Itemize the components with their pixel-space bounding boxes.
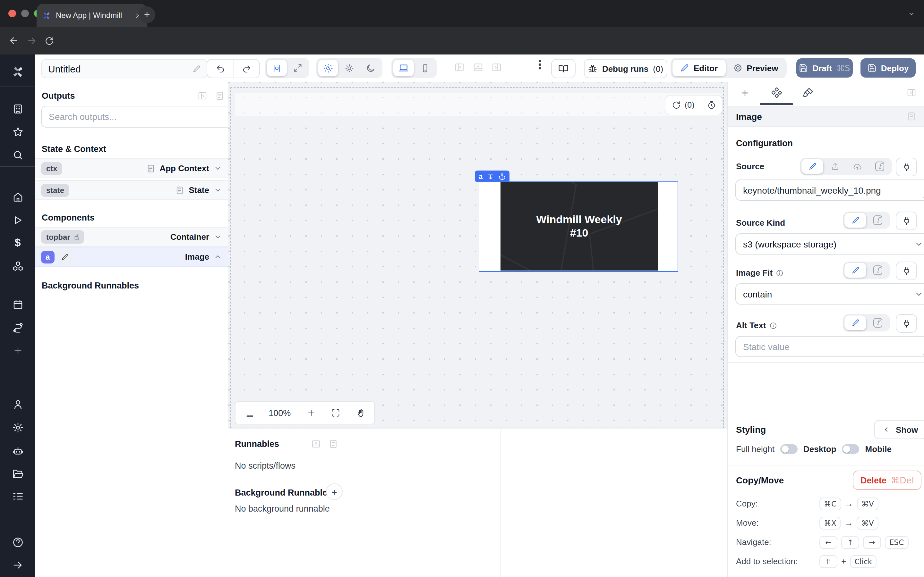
connect-plug-icon[interactable] xyxy=(896,261,917,280)
deploy-button[interactable]: Deploy xyxy=(861,58,916,77)
connect-plug-icon[interactable] xyxy=(896,158,917,176)
output-row-topbar[interactable]: topbar☝ Container xyxy=(35,227,228,247)
rail-list-icon[interactable] xyxy=(0,487,35,506)
preview-tab[interactable]: Preview xyxy=(727,60,784,76)
rail-plus-icon[interactable] xyxy=(0,341,35,360)
outputs-doc-icon[interactable] xyxy=(215,91,225,101)
rail-play-icon[interactable] xyxy=(0,210,35,229)
chevron-down-icon[interactable] xyxy=(214,164,222,172)
fit-view-icon[interactable] xyxy=(331,408,341,417)
theme-dark-button[interactable] xyxy=(360,60,381,76)
toggle-bottom-panel-icon[interactable] xyxy=(473,62,483,73)
rail-calendar-icon[interactable] xyxy=(0,295,35,314)
forward-icon[interactable] xyxy=(26,35,37,46)
connect-plug-icon[interactable] xyxy=(896,211,917,230)
rail-help-icon[interactable] xyxy=(0,533,35,552)
rail-building-icon[interactable] xyxy=(0,99,35,119)
toggle-left-panel-icon[interactable] xyxy=(454,62,465,73)
rename-pencil-icon[interactable] xyxy=(57,250,72,263)
rail-route-icon[interactable] xyxy=(0,318,35,337)
refresh-all-button[interactable]: (0) xyxy=(666,95,701,115)
add-background-runnable-button[interactable]: + xyxy=(326,484,342,500)
fx-icon[interactable]: f xyxy=(867,316,889,330)
expand-down-icon[interactable] xyxy=(487,173,494,180)
editor-tab[interactable]: Editor xyxy=(672,60,725,76)
zoom-in-icon[interactable] xyxy=(307,408,316,417)
cloud-upload-icon[interactable] xyxy=(846,159,868,174)
theme-auto-button[interactable] xyxy=(318,60,338,76)
output-row-ctx[interactable]: ctx App Context xyxy=(35,158,228,178)
info-icon[interactable] xyxy=(769,322,777,329)
connect-plug-icon[interactable] xyxy=(896,314,917,333)
alt-text-input[interactable]: Static value xyxy=(735,336,924,357)
redo-button[interactable] xyxy=(234,60,259,77)
tab-search-chevron-icon[interactable] xyxy=(907,10,916,18)
component-doc-icon[interactable] xyxy=(907,111,916,121)
rail-search-icon[interactable] xyxy=(0,145,35,165)
app-title-input[interactable]: Untitled xyxy=(41,59,208,78)
anchor-icon[interactable] xyxy=(499,173,506,180)
rail-folder-icon[interactable] xyxy=(0,464,35,484)
upload-icon[interactable] xyxy=(824,159,846,174)
rail-expand-icon[interactable] xyxy=(0,555,35,574)
static-pencil-icon[interactable] xyxy=(845,213,866,227)
rail-gear-icon[interactable] xyxy=(0,418,35,437)
rail-user-icon[interactable] xyxy=(0,395,35,414)
window-close-button[interactable] xyxy=(8,10,16,17)
pan-hand-icon[interactable] xyxy=(356,408,366,418)
settings-tab-diamonds-icon[interactable] xyxy=(771,87,782,98)
chevron-up-icon[interactable] xyxy=(214,253,222,261)
topbar-container-component[interactable] xyxy=(235,93,721,116)
source-value-input[interactable]: keynote/thumbnail_weekly_10.png xyxy=(735,179,924,201)
selected-image-component[interactable]: Windmill Weekly #10 xyxy=(479,181,678,272)
static-pencil-icon[interactable] xyxy=(845,263,866,277)
selected-component-tag[interactable]: a xyxy=(475,171,509,182)
rail-bot-icon[interactable] xyxy=(0,441,35,460)
back-icon[interactable] xyxy=(8,35,19,46)
info-icon[interactable] xyxy=(776,269,783,277)
output-row-image-selected[interactable]: a Image xyxy=(35,247,228,267)
job-history-button[interactable] xyxy=(701,95,722,115)
search-outputs-input[interactable]: Search outputs... xyxy=(41,106,237,127)
chevron-down-icon[interactable] xyxy=(214,233,222,241)
desktop-view-button[interactable] xyxy=(393,60,414,76)
fullwidth-layout-button[interactable] xyxy=(288,60,307,76)
collapse-right-panel-icon[interactable] xyxy=(907,88,916,97)
windmill-logo[interactable] xyxy=(0,62,35,81)
collapse-bottom-icon[interactable] xyxy=(311,439,321,449)
centered-layout-button[interactable] xyxy=(267,60,287,76)
app-canvas[interactable]: (0) a Windmill Weekly #10 100% xyxy=(228,82,727,429)
browser-tab[interactable]: New App | Windmill xyxy=(37,4,147,27)
desktop-toggle[interactable] xyxy=(842,444,859,454)
new-tab-button[interactable]: + xyxy=(139,6,155,23)
full-height-toggle[interactable] xyxy=(780,444,798,454)
rail-dollar-icon[interactable]: $ xyxy=(0,234,35,253)
static-pencil-icon[interactable] xyxy=(801,159,823,174)
debug-runs-button[interactable]: Debug runs (0) xyxy=(584,59,667,78)
chevron-down-icon[interactable] xyxy=(214,186,222,194)
fx-icon[interactable]: f xyxy=(867,213,889,227)
rail-star-icon[interactable] xyxy=(0,122,35,142)
output-row-state[interactable]: state State xyxy=(35,180,228,200)
rail-boxes-icon[interactable] xyxy=(0,256,35,276)
draft-button[interactable]: Draft ⌘S xyxy=(796,58,853,77)
fx-icon[interactable]: f xyxy=(867,263,889,277)
delete-button[interactable]: Delete ⌘Del xyxy=(853,471,922,490)
source-kind-select[interactable]: s3 (workspace storage) xyxy=(735,234,924,255)
window-minimize-button[interactable] xyxy=(21,10,29,17)
mobile-view-button[interactable] xyxy=(415,60,435,76)
insert-tab-plus-icon[interactable] xyxy=(740,88,750,98)
runnables-doc-icon[interactable] xyxy=(328,439,338,449)
collapse-panel-icon[interactable] xyxy=(198,91,207,101)
more-options-kebab-icon[interactable]: ••• xyxy=(535,60,545,70)
docs-book-button[interactable] xyxy=(551,59,575,78)
zoom-out-icon[interactable] xyxy=(244,408,253,417)
theme-light-button[interactable] xyxy=(339,60,359,76)
undo-button[interactable] xyxy=(207,60,234,77)
static-pencil-icon[interactable] xyxy=(845,316,866,330)
rail-home-icon[interactable] xyxy=(0,187,35,206)
fx-icon[interactable]: f xyxy=(869,159,891,174)
styling-show-button[interactable]: Show xyxy=(874,420,924,439)
styling-tab-brush-icon[interactable] xyxy=(803,87,814,98)
image-fit-select[interactable]: contain xyxy=(735,284,924,305)
